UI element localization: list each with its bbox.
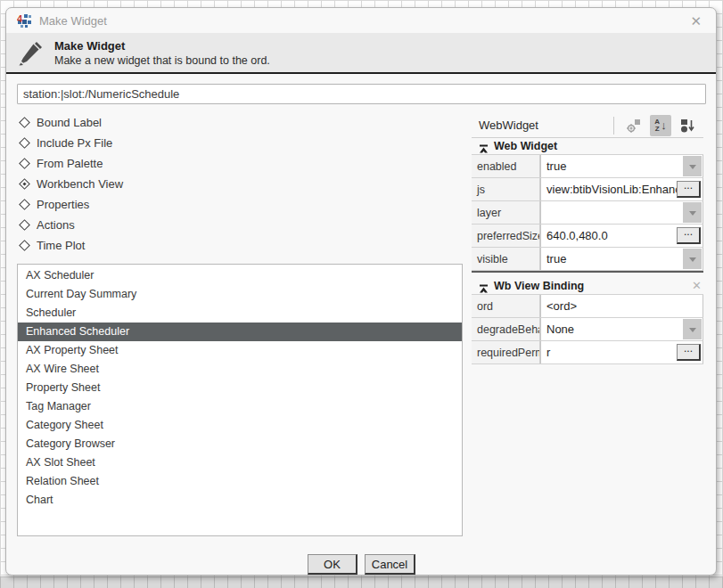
view-list-item[interactable]: Property Sheet (18, 379, 462, 397)
sort-alphabetical-icon[interactable]: A Z ↓ (650, 115, 671, 136)
ok-button[interactable]: OK (308, 554, 357, 575)
ellipsis-button[interactable]: ... (677, 344, 701, 361)
property-value[interactable]: None (541, 323, 682, 336)
svg-text:4: 4 (17, 13, 23, 24)
dropdown-arrow-icon[interactable] (683, 202, 702, 223)
view-list-item[interactable]: Enhanced Scheduler (18, 323, 462, 341)
cancel-button[interactable]: Cancel (365, 554, 415, 575)
radio-diamond-icon (19, 158, 30, 169)
dialog-header-text: Make Widget Make a new widget that is bo… (54, 39, 270, 67)
property-row: preferredSize 640.0,480.0 ... (472, 225, 703, 248)
view-list-item[interactable]: AX Slot Sheet (18, 453, 462, 472)
collapse-section-icon (479, 282, 489, 291)
widget-type-label: Bound Label (37, 116, 102, 129)
radio-diamond-icon (19, 219, 30, 231)
widget-type-option[interactable]: Time Plot (19, 235, 215, 256)
dropdown-arrow-icon[interactable] (683, 319, 702, 339)
property-row: requiredPerm r ... (472, 341, 703, 364)
property-row: layer ... (472, 201, 703, 225)
sort-by-type-icon[interactable] (677, 115, 698, 136)
widget-type-label: Include Px File (37, 136, 112, 150)
widget-type-option[interactable]: Properties (19, 194, 215, 215)
property-value-cell[interactable]: true ... (540, 155, 703, 177)
property-label: requiredPerm (472, 341, 540, 363)
widget-type-option[interactable]: Workbench View (19, 174, 215, 194)
property-pane: WebWidget A Z ↓ (472, 113, 703, 364)
property-label: ord (472, 295, 540, 317)
radio-diamond-icon (19, 178, 30, 190)
view-list-item[interactable]: Chart (18, 491, 462, 510)
view-list-item[interactable]: Relation Sheet (18, 472, 462, 491)
view-list-item[interactable]: Category Sheet (18, 416, 462, 435)
make-widget-dialog: 4 Make Widget ✕ Make Widget Make a new w… (5, 7, 717, 576)
dialog-header-title: Make Widget (54, 39, 270, 53)
property-label: degradeBehav (472, 318, 540, 340)
ellipsis-button[interactable]: ... (677, 181, 701, 198)
property-label: visible (472, 248, 540, 270)
property-value-cell[interactable]: 640.0,480.0 ... (540, 225, 703, 247)
close-icon[interactable]: ✕ (686, 12, 705, 29)
dialog-header: Make Widget Make a new widget that is bo… (6, 33, 716, 74)
property-value[interactable]: true (541, 159, 682, 173)
property-row: ord <ord> ... (472, 295, 703, 318)
collapse-section-icon (479, 142, 489, 151)
property-value[interactable]: <ord> (541, 299, 702, 313)
property-value-cell[interactable]: view:btibVisionLib:EnhancedS ... (540, 178, 703, 200)
view-list-item[interactable]: AX Wire Sheet (18, 360, 462, 379)
widget-type-label: Time Plot (37, 239, 85, 252)
property-value[interactable]: r (541, 346, 677, 359)
widget-type-name: WebWidget (479, 118, 613, 132)
dialog-header-subtitle: Make a new widget that is bound to the o… (54, 54, 270, 67)
view-list-item[interactable]: Category Browser (18, 435, 462, 453)
property-row: visible true ... (472, 248, 703, 271)
dialog-titlebar[interactable]: 4 Make Widget ✕ (6, 8, 716, 33)
section-header-wb-view-binding[interactable]: Wb View Binding ✕ (472, 278, 703, 294)
property-label: preferredSize (472, 225, 540, 247)
property-label: js (472, 178, 540, 200)
radio-diamond-icon (19, 117, 30, 128)
property-pane-toolbar: WebWidget A Z ↓ (472, 113, 703, 138)
widget-type-option[interactable]: Actions (19, 215, 215, 235)
property-value-cell[interactable]: None ... (540, 318, 703, 340)
property-value[interactable]: 640.0,480.0 (541, 229, 677, 242)
property-row: enabled true ... (472, 155, 703, 178)
web-widget-property-grid: enabled true ... js view:btibVisionLib:E… (472, 154, 703, 271)
view-list-item[interactable]: Current Day Summary (18, 285, 462, 304)
property-value-cell[interactable]: ... (540, 201, 703, 224)
property-value[interactable]: true (541, 252, 682, 265)
dropdown-arrow-icon[interactable] (683, 156, 702, 176)
widget-type-options: Bound Label Include Px File From Palette… (19, 112, 215, 256)
canvas-bottom-strip (0, 576, 723, 588)
view-list-item[interactable]: AX Scheduler (18, 266, 462, 285)
view-list-item[interactable]: AX Property Sheet (18, 341, 462, 360)
widget-type-option[interactable]: Include Px File (19, 133, 215, 153)
property-value-cell[interactable]: true ... (540, 248, 703, 270)
widget-type-option[interactable]: Bound Label (19, 112, 215, 133)
ord-input[interactable] (17, 84, 706, 104)
widget-type-label: Actions (37, 218, 75, 232)
niagara-logo-icon: 4 (17, 13, 32, 29)
pencil-icon (17, 38, 45, 67)
view-list-item[interactable]: Tag Manager (18, 397, 462, 416)
wb-view-binding-property-grid: ord <ord> ... degradeBehav None ... (472, 294, 703, 364)
dropdown-arrow-icon[interactable] (683, 249, 702, 269)
radio-diamond-icon (19, 199, 30, 210)
property-value-cell[interactable]: <ord> ... (540, 295, 703, 317)
window-title: Make Widget (39, 14, 686, 28)
property-value-cell[interactable]: r ... (540, 341, 703, 363)
remove-binding-icon[interactable]: ✕ (692, 279, 702, 292)
property-label: enabled (472, 155, 540, 177)
property-row: js view:btibVisionLib:EnhancedS ... (472, 178, 703, 201)
property-row: degradeBehav None ... (472, 318, 703, 341)
widget-type-label: Properties (37, 198, 89, 211)
toolbar-separator (613, 117, 614, 135)
section-header-web-widget[interactable]: Web Widget (472, 138, 703, 154)
widget-type-option[interactable]: From Palette (19, 153, 215, 174)
view-list-item[interactable]: Scheduler (18, 304, 462, 323)
composite-add-icon[interactable] (623, 115, 645, 136)
widget-type-label: From Palette (37, 157, 103, 170)
property-value[interactable]: view:btibVisionLib:EnhancedS (541, 183, 677, 196)
ellipsis-button[interactable]: ... (677, 227, 701, 244)
radio-diamond-icon (19, 137, 30, 149)
view-listbox[interactable]: AX Scheduler Current Day Summary Schedul… (17, 264, 463, 536)
